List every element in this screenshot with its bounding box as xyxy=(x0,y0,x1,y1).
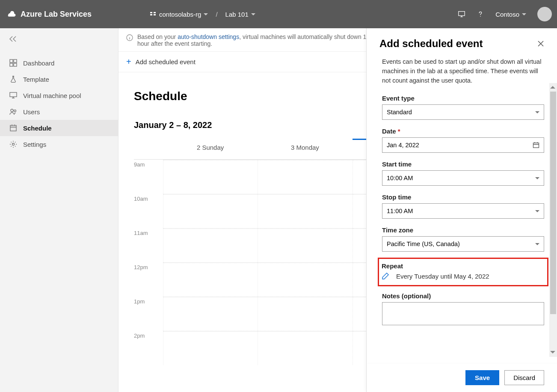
stop-time-label: Stop time xyxy=(382,193,544,201)
svg-rect-3 xyxy=(154,14,156,15)
svg-rect-15 xyxy=(533,143,539,148)
calendar-cell[interactable] xyxy=(258,228,352,262)
breadcrumb-separator: / xyxy=(216,11,217,18)
panel-footer: Save Discard xyxy=(367,363,557,392)
calendar-cell[interactable] xyxy=(258,262,352,297)
chevron-down-icon xyxy=(535,111,539,113)
start-time-select[interactable]: 10:00 AM xyxy=(382,170,544,186)
event-type-select[interactable]: Standard xyxy=(382,104,544,120)
sidebar-item-label: Users xyxy=(23,108,40,116)
chevron-down-icon xyxy=(522,13,526,15)
add-event-label: Add scheduled event xyxy=(136,58,196,65)
header-actions: Contoso xyxy=(458,7,552,21)
svg-rect-7 xyxy=(10,63,13,66)
svg-rect-6 xyxy=(14,59,17,62)
calendar-cell[interactable] xyxy=(258,160,352,194)
save-button[interactable]: Save xyxy=(465,370,499,385)
stop-time-select[interactable]: 11:00 AM xyxy=(382,203,544,219)
time-label: 10am xyxy=(134,194,163,228)
svg-rect-5 xyxy=(10,59,13,62)
sidebar-collapse-button[interactable] xyxy=(0,32,118,48)
breadcrumb-lab-label: Lab 101 xyxy=(225,11,249,18)
add-event-panel: Add scheduled event Events can be used t… xyxy=(366,28,557,392)
calendar-cell[interactable] xyxy=(163,194,258,228)
discard-button[interactable]: Discard xyxy=(504,370,544,385)
sidebar-item-settings[interactable]: Settings xyxy=(0,136,118,152)
panel-header: Add scheduled event xyxy=(367,28,557,56)
double-chevron-left-icon xyxy=(9,36,17,42)
svg-rect-8 xyxy=(14,63,17,66)
calendar-cell[interactable] xyxy=(163,297,258,331)
date-input[interactable]: Jan 4, 2022 xyxy=(382,137,544,153)
stop-time-value: 11:00 AM xyxy=(387,208,413,214)
svg-point-13 xyxy=(12,143,15,146)
svg-rect-0 xyxy=(150,12,152,13)
repeat-label: Repeat xyxy=(382,262,545,270)
logo-area: Azure Lab Services xyxy=(5,8,146,20)
svg-rect-9 xyxy=(10,92,17,97)
edit-icon[interactable] xyxy=(382,272,389,280)
time-label: 11am xyxy=(134,228,163,262)
panel-body: Events can be used to start up and/or sh… xyxy=(367,56,557,363)
repeat-highlight-box: Repeat Every Tuesday until May 4, 2022 xyxy=(378,258,548,286)
chevron-down-icon xyxy=(535,243,539,245)
notes-label: Notes (optional) xyxy=(382,292,544,300)
svg-point-11 xyxy=(14,110,16,112)
notes-textarea[interactable] xyxy=(382,302,544,325)
sidebar-item-vm-pool[interactable]: Virtual machine pool xyxy=(0,87,118,104)
app-title: Azure Lab Services xyxy=(21,10,92,19)
event-type-value: Standard xyxy=(387,109,412,116)
time-zone-value: Pacific Time (US, Canada) xyxy=(387,241,460,247)
sidebar-item-users[interactable]: Users xyxy=(0,104,118,120)
chevron-down-icon xyxy=(251,13,255,15)
day-header-sunday[interactable]: 2 Sunday xyxy=(163,139,258,159)
auto-shutdown-link[interactable]: auto-shutdown settings xyxy=(178,33,239,40)
gear-icon xyxy=(9,140,17,148)
time-zone-label: Time zone xyxy=(382,226,544,234)
calendar-cell[interactable] xyxy=(163,331,258,365)
sidebar-item-label: Virtual machine pool xyxy=(23,92,81,99)
time-label: 9am xyxy=(134,160,163,194)
sidebar-item-template[interactable]: Template xyxy=(0,71,118,87)
event-type-label: Event type xyxy=(382,95,544,102)
calendar-cell[interactable] xyxy=(163,228,258,262)
avatar[interactable] xyxy=(537,7,552,21)
resource-group-icon xyxy=(150,11,157,18)
sidebar-item-dashboard[interactable]: Dashboard xyxy=(0,55,118,71)
start-time-value: 10:00 AM xyxy=(387,175,413,181)
day-header-monday[interactable]: 3 Monday xyxy=(258,139,352,159)
calendar-cell[interactable] xyxy=(163,262,258,297)
azure-logo-icon xyxy=(5,8,17,20)
sidebar-item-label: Schedule xyxy=(23,125,52,132)
start-time-label: Start time xyxy=(382,160,544,168)
repeat-value: Every Tuesday until May 4, 2022 xyxy=(396,273,489,280)
sidebar-item-label: Template xyxy=(23,76,49,83)
time-zone-select[interactable]: Pacific Time (US, Canada) xyxy=(382,236,544,252)
monitor-icon[interactable] xyxy=(458,10,465,18)
account-menu[interactable]: Contoso xyxy=(495,11,526,18)
close-icon[interactable] xyxy=(537,40,544,47)
calendar-cell[interactable] xyxy=(258,194,352,228)
calendar-cell[interactable] xyxy=(258,297,352,331)
calendar-cell[interactable] xyxy=(258,331,352,365)
monitor-icon xyxy=(9,92,17,99)
date-value: Jan 4, 2022 xyxy=(387,142,419,148)
breadcrumb-resource-group[interactable]: contosolabs-rg xyxy=(146,9,211,20)
time-gutter-head xyxy=(134,139,163,159)
flask-icon xyxy=(9,75,17,83)
add-scheduled-event-button[interactable]: + Add scheduled event xyxy=(126,57,196,67)
calendar-cell[interactable] xyxy=(163,160,258,194)
repeat-row: Every Tuesday until May 4, 2022 xyxy=(382,272,545,280)
svg-rect-2 xyxy=(154,12,156,13)
chevron-down-icon xyxy=(535,177,539,179)
sidebar-item-schedule[interactable]: Schedule xyxy=(0,120,118,136)
account-name-label: Contoso xyxy=(495,11,519,18)
plus-icon: + xyxy=(126,57,131,67)
scroll-down-icon[interactable] xyxy=(550,351,555,353)
breadcrumb-lab[interactable]: Lab 101 xyxy=(222,9,259,20)
scroll-up-icon[interactable] xyxy=(550,86,555,89)
svg-rect-12 xyxy=(10,125,16,131)
panel-scrollbar-thumb[interactable] xyxy=(550,92,556,314)
help-icon[interactable] xyxy=(477,10,484,18)
time-label: 12pm xyxy=(134,262,163,297)
